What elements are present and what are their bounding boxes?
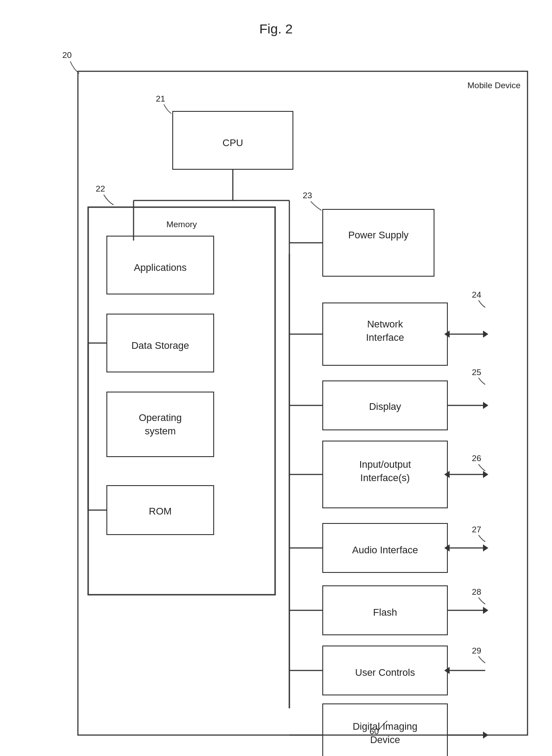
figure-title: Fig. 2 — [259, 21, 292, 36]
digital-label-line1: Digital Imaging — [353, 721, 418, 732]
display-ref: 25 — [472, 368, 481, 377]
flash-ref: 28 — [472, 587, 481, 597]
flash-label: Flash — [373, 607, 397, 618]
svg-marker-26 — [483, 402, 488, 409]
os-label-line2: system — [145, 425, 176, 437]
cpu-label: CPU — [223, 137, 243, 148]
display-label: Display — [369, 401, 401, 412]
power-ref: 23 — [303, 191, 312, 200]
os-label-line1: Operating — [139, 412, 182, 423]
memory-ref: 22 — [96, 184, 105, 193]
svg-rect-0 — [78, 71, 528, 735]
cpu-ref: 21 — [156, 94, 165, 103]
net-ref: 24 — [472, 290, 482, 299]
digital-label-line2: Device — [370, 734, 400, 745]
net-label-line2: Interface — [366, 332, 404, 343]
rom-label: ROM — [149, 506, 171, 517]
memory-label: Memory — [166, 220, 197, 229]
user-controls-label: User Controls — [355, 667, 415, 678]
net-label-line1: Network — [367, 319, 404, 330]
svg-marker-48 — [483, 731, 488, 739]
diagram-container: Fig. 2 20 Mobile Device 21 CPU 22 — [0, 0, 552, 756]
audio-label: Audio Interface — [352, 544, 418, 556]
power-label-line1: Power Supply — [348, 229, 409, 241]
svg-marker-40 — [483, 607, 488, 614]
data-storage-label: Data Storage — [131, 340, 189, 351]
io-ref: 26 — [472, 454, 481, 463]
svg-marker-31 — [483, 471, 488, 478]
io-label-line1: Input/output — [359, 459, 411, 470]
diagram-ref: 20 — [62, 50, 72, 60]
svg-marker-36 — [483, 544, 488, 552]
mobile-device-label: Mobile Device — [467, 81, 520, 90]
io-label-line2: Interface(s) — [360, 472, 410, 483]
applications-label: Applications — [134, 262, 187, 273]
user-controls-ref: 29 — [472, 646, 481, 655]
svg-rect-16 — [323, 209, 434, 276]
svg-rect-10 — [107, 392, 214, 457]
audio-ref: 27 — [472, 525, 481, 534]
svg-marker-22 — [483, 331, 488, 338]
